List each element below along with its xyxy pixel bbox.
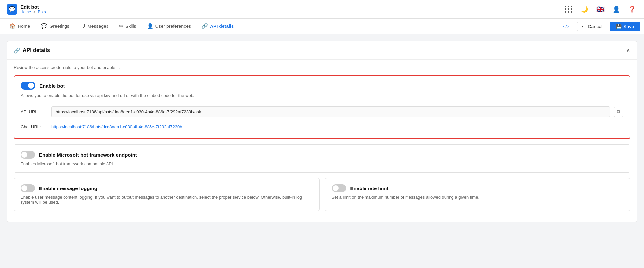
cancel-arrow-icon: ↩	[582, 24, 586, 29]
theme-toggle-button[interactable]: 🌙	[579, 4, 590, 15]
topbar-icons: 🌙 🇬🇧 👤 ❓	[563, 4, 637, 15]
bottom-two-col: Enable message logging Enable user messa…	[14, 178, 630, 216]
toggle-slider-ms	[21, 151, 35, 159]
rate-limit-desc: Set a limit on the maximum number of mes…	[332, 195, 624, 200]
skills-icon: ✏	[119, 23, 123, 29]
message-logging-card: Enable message logging Enable user messa…	[14, 178, 320, 211]
section-collapse-button[interactable]: ∧	[626, 47, 630, 54]
tab-greetings[interactable]: 💬 Greetings	[35, 19, 75, 34]
tab-skills-label: Skills	[125, 24, 136, 29]
toggle-slider-rl	[332, 184, 346, 192]
logo-area: 💬 Edit bot Home > Bots	[7, 4, 46, 15]
user-profile-button[interactable]: 👤	[611, 4, 622, 15]
message-logging-title: Enable message logging	[39, 186, 97, 191]
breadcrumb: Home > Bots	[21, 10, 46, 14]
chat-url-label: Chat URL:	[21, 124, 47, 129]
app-logo-icon: 💬	[7, 4, 17, 15]
code-button[interactable]: </>	[558, 22, 574, 31]
rate-limit-title: Enable rate limit	[350, 186, 389, 191]
toggle-slider-ml	[21, 184, 35, 192]
nav-tabs: 🏠 Home 💬 Greetings 🗨 Messages ✏ Skills 👤…	[0, 19, 644, 34]
enable-bot-toggle-row: Enable bot	[21, 82, 623, 90]
tab-home[interactable]: 🏠 Home	[4, 19, 35, 34]
section-header: 🔗 API details ∧	[7, 41, 637, 60]
save-icon: 💾	[616, 24, 622, 29]
breadcrumb-bots[interactable]: Bots	[38, 10, 46, 14]
user-preferences-icon: 👤	[147, 23, 153, 29]
api-details-icon: 🔗	[201, 23, 208, 29]
tab-messages-label: Messages	[87, 24, 108, 29]
language-flag-button[interactable]: 🇬🇧	[595, 4, 606, 15]
code-icon: </>	[563, 24, 569, 29]
tab-api-details[interactable]: 🔗 API details	[196, 19, 239, 34]
page-title: Edit bot	[21, 4, 46, 10]
rate-limit-title-row: Enable rate limit	[332, 184, 624, 192]
cancel-button[interactable]: ↩ Cancel	[577, 22, 607, 31]
rate-limit-card: Enable rate limit Set a limit on the max…	[325, 178, 631, 211]
api-url-label: API URL:	[21, 109, 47, 114]
title-block: Edit bot Home > Bots	[21, 4, 46, 14]
section-title-icon: 🔗	[14, 47, 20, 54]
cancel-label: Cancel	[588, 24, 602, 29]
rate-limit-toggle[interactable]	[332, 184, 346, 192]
save-button[interactable]: 💾 Save	[610, 22, 640, 31]
microsoft-bot-title: Enable Microsoft bot framework endpoint	[39, 152, 137, 158]
chat-url-row: Chat URL: https://localhost:7186/bots/da…	[21, 121, 623, 133]
apps-grid-button[interactable]	[563, 4, 574, 15]
messages-icon: 🗨	[80, 23, 85, 29]
tab-api-details-label: API details	[210, 24, 234, 29]
tab-user-preferences-label: User preferences	[155, 24, 191, 29]
enable-bot-desc: Allows you to enable the bot for use via…	[21, 93, 623, 98]
home-icon: 🏠	[9, 23, 16, 29]
tab-home-label: Home	[18, 24, 30, 29]
tab-user-preferences[interactable]: 👤 User preferences	[142, 19, 196, 34]
message-logging-title-row: Enable message logging	[21, 184, 313, 192]
tab-greetings-label: Greetings	[49, 24, 69, 29]
greetings-icon: 💬	[41, 23, 47, 29]
main-content: 🔗 API details ∧ Review the access creden…	[0, 34, 644, 268]
enable-bot-toggle[interactable]	[21, 82, 35, 90]
api-details-section: 🔗 API details ∧ Review the access creden…	[7, 41, 637, 222]
help-button[interactable]: ❓	[627, 4, 637, 15]
microsoft-bot-card: Enable Microsoft bot framework endpoint …	[14, 144, 630, 173]
chat-url-link[interactable]: https://localhost:7186/bots/daa8aea1-c03…	[51, 124, 182, 129]
toggle-slider	[21, 82, 35, 90]
breadcrumb-home[interactable]: Home	[21, 10, 31, 14]
api-url-copy-button[interactable]: ⧉	[614, 107, 623, 117]
topbar: 💬 Edit bot Home > Bots 🌙 🇬🇧 👤 ❓	[0, 0, 644, 19]
message-logging-desc: Enable user message content logging. If …	[21, 195, 313, 205]
message-logging-toggle[interactable]	[21, 184, 35, 192]
tab-messages[interactable]: 🗨 Messages	[75, 19, 114, 34]
section-body: Review the access credentials to your bo…	[7, 60, 637, 222]
section-title-text: API details	[23, 47, 50, 53]
microsoft-bot-toggle[interactable]	[21, 151, 35, 159]
save-label: Save	[623, 24, 634, 29]
tab-skills[interactable]: ✏ Skills	[114, 19, 142, 34]
microsoft-bot-title-row: Enable Microsoft bot framework endpoint	[21, 151, 623, 159]
section-title: 🔗 API details	[14, 47, 50, 54]
enable-bot-box: Enable bot Allows you to enable the bot …	[14, 75, 630, 139]
enable-bot-label: Enable bot	[39, 83, 65, 89]
microsoft-bot-desc: Enables Microsoft bot framework compatib…	[21, 161, 623, 166]
api-url-row: API URL: https://localhost:7186/api/bots…	[21, 103, 623, 121]
section-desc: Review the access credentials to your bo…	[14, 65, 630, 70]
nav-actions: </> ↩ Cancel 💾 Save	[558, 22, 640, 31]
api-url-field[interactable]: https://localhost:7186/api/bots/daa8aea1…	[51, 106, 610, 117]
